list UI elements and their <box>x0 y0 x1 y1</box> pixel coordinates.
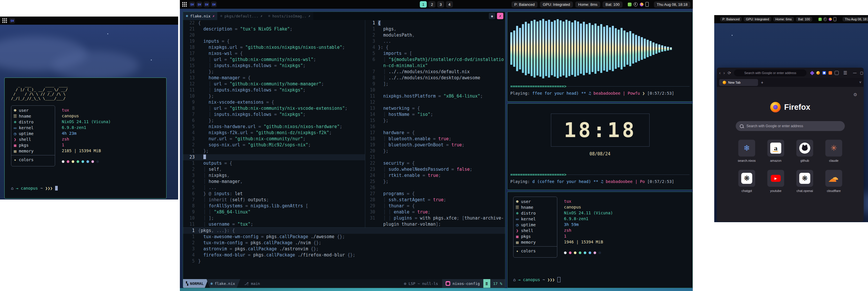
code-line: 11 │ username = "tux"; <box>183 221 365 227</box>
buffer-tab-pkgs/default...[interactable]: ❄pkgs/default...✗ <box>217 12 265 20</box>
code-line: 1 outputs = { <box>183 160 365 167</box>
forward-button[interactable]: › <box>723 70 725 75</box>
code-line: 21 <box>365 154 505 160</box>
workspace-4[interactable]: 4 <box>446 1 453 7</box>
neovim-window[interactable]: ❄flake.nix✗❄pkgs/default...✗❄hosts/isoIm… <box>183 11 505 288</box>
code-line: 7 │ inputs.nixpkgs.follows = "nixpkgs"; <box>183 112 365 118</box>
code-line: 20 <box>183 32 365 38</box>
code-line: 6 }; <box>183 118 365 124</box>
left-terminal-window[interactable]: _ ___ ____ ____ / |/ (_)_ __/ __ \/ __/ … <box>4 78 166 199</box>
close-tab-icon[interactable]: ✗ <box>213 14 215 18</box>
tab-list-chevron[interactable]: ˅ <box>859 81 861 85</box>
system-tray[interactable] <box>628 2 649 7</box>
extension-icon-darkreader[interactable] <box>816 71 820 75</box>
code-line: 24 │ rtkit.enable = true; <box>365 173 505 179</box>
code-line: 3 nur.url = "github:nix-community/nur"; <box>183 136 365 142</box>
fetch-terminal-window[interactable]: ☻user☰hname❄distro▭kernel◷uptime❯shell▦p… <box>507 192 693 288</box>
workspace-2[interactable]: 2 <box>429 1 435 7</box>
phone-connect-icon[interactable] <box>646 2 649 7</box>
shortcut-cloudflare[interactable]: cloudflare <box>821 170 846 193</box>
new-tab-button[interactable]: + <box>761 80 763 85</box>
maximize-button[interactable]: ▢ <box>860 71 863 75</box>
shortcut-github[interactable]: github <box>792 140 817 162</box>
openai-icon: ❋ <box>738 170 755 187</box>
nix-file-icon: ❄ <box>211 282 213 286</box>
window-task-icon[interactable]: $W <box>9 18 15 24</box>
shell-prompt[interactable]: ⌂ → canopus ~ ❯❯❯ <box>513 278 560 282</box>
user-icon: ☻ <box>11 108 19 113</box>
back-button[interactable]: ‹ <box>719 70 721 75</box>
window-task-icon[interactable]: $W <box>204 1 210 7</box>
extension-icon-violet[interactable] <box>810 70 815 75</box>
workspace-1[interactable]: 1 <box>420 1 427 7</box>
shortcut-grid: ❄search.nixosaamazongithub✳claude❋chatgp… <box>734 140 846 193</box>
code-line: 7 │ inherit (self) outputs; <box>183 197 365 203</box>
bar-module: P: Balanced <box>512 1 537 7</box>
cava-terminal-window[interactable]: ======================> Playing: ffee fo… <box>507 11 693 101</box>
editor-pane-iso[interactable]: 1{1 pkgs,2 modulesPath,3 ...4}: {5 impor… <box>365 20 505 227</box>
close-tab-icon[interactable]: ✗ <box>260 14 262 18</box>
shell-prompt[interactable]: ⌂ → canopus ~ ❯❯❯ <box>11 186 58 191</box>
left-top-bar: $W <box>0 17 178 25</box>
newtab-search-input[interactable]: Search with Google or enter address <box>736 121 845 131</box>
buffer-tab-hosts/isoImag..[interactable]: ❄hosts/isoImag..✗ <box>266 12 313 20</box>
minimize-button[interactable]: — <box>853 71 857 75</box>
code-line: 16 <box>365 124 505 130</box>
code-line: 11 nixpkgs.hostPlatform = "x86_64-linux"… <box>365 93 505 99</box>
launcher-grid-icon[interactable] <box>717 17 717 21</box>
window-task-icon[interactable]: $W <box>196 1 202 7</box>
youtube-icon: ▶ <box>767 170 784 187</box>
code-line: 19 inputs = { <box>183 38 365 45</box>
url-bar[interactable]: Search with Google or enter address <box>734 69 806 77</box>
launcher-grid-icon[interactable] <box>182 2 187 7</box>
tray-sprite-icon[interactable] <box>628 3 631 6</box>
extensions-puzzle-icon[interactable] <box>835 71 839 75</box>
desktop-composite: $W _ ___ ____ ____ / |/ (_)_ __/ __ \/ _… <box>0 0 868 291</box>
shell-icon: ❯ <box>514 228 521 233</box>
menu-button[interactable]: ☰ <box>843 70 847 76</box>
firefox-brand: Firefox <box>717 102 864 112</box>
close-tab-icon[interactable]: ✗ <box>308 14 310 18</box>
code-line: 10 }; <box>183 93 365 99</box>
extension-icon-orange[interactable] <box>829 71 832 75</box>
statusline-file: ❄flake.nix <box>207 279 240 288</box>
shortcut-label: claude <box>829 159 838 162</box>
shortcut-amazon[interactable]: aamazon <box>763 140 788 162</box>
code-line: n-cd-minimal.nix" <box>365 63 505 69</box>
code-line: 30 │ │ enable = true; <box>365 209 505 215</box>
code-line: 10 │ ]; <box>183 215 365 221</box>
buffer-pick-button[interactable]: ◉ <box>489 13 495 19</box>
left-monitor: $W _ ___ ____ ____ / |/ (_)_ __/ __ \/ _… <box>0 17 178 200</box>
shortcut-chat.openai[interactable]: ❋chat.openai <box>792 170 817 193</box>
code-line: 15 }; <box>365 118 505 124</box>
workspace-3[interactable]: 3 <box>437 1 444 7</box>
tray-app-icon[interactable] <box>640 3 644 6</box>
shortcut-chatgpt[interactable]: ❋chatgpt <box>734 170 759 193</box>
shortcut-claude[interactable]: ✳claude <box>821 140 846 162</box>
tray-app-icon[interactable] <box>829 18 832 21</box>
launcher-grid-icon[interactable] <box>2 18 7 23</box>
phone-connect-icon[interactable] <box>834 17 836 21</box>
code-line: 6 │ "${modulesPath}/installer/cd-dvd/ins… <box>365 57 505 63</box>
shortcut-youtube[interactable]: ▶youtube <box>763 170 788 193</box>
tray-sprite-icon[interactable] <box>818 18 822 21</box>
editor-pane-flake[interactable]: 22{21 description = "tux's NixOS Flake";… <box>183 20 365 227</box>
window-task-icon[interactable]: $W <box>189 1 195 7</box>
window-task-icon[interactable]: $W <box>211 1 217 7</box>
bluetooth-icon[interactable] <box>633 2 638 6</box>
bluetooth-icon[interactable] <box>823 18 827 21</box>
clock-terminal-window[interactable]: 18:18 08/08/24 ======================> P… <box>507 104 693 190</box>
buffer-tab-flake.nix[interactable]: ❄flake.nix✗ <box>183 12 217 20</box>
code-line: 9 nix-vscode-extensions = { <box>183 99 365 106</box>
firefox-window[interactable]: ‹ › ⟳ Search with Google or enter addres… <box>717 68 864 222</box>
reload-button[interactable]: ⟳ <box>727 70 731 75</box>
code-line: 12 <box>365 99 505 106</box>
code-line: 27 programs = { <box>365 191 505 197</box>
extension-icon-blue[interactable] <box>823 71 826 75</box>
tab-new-tab[interactable]: New Tab <box>719 79 758 86</box>
shortcut-search.nixos[interactable]: ❄search.nixos <box>734 140 759 162</box>
buffer-close-button[interactable]: ✗ <box>497 13 503 19</box>
system-tray[interactable] <box>818 17 836 21</box>
editor-pane-pkgs[interactable]: 1{pkgs, ...}: {1 tux-awesome-wm-config =… <box>183 228 505 279</box>
personalize-gear-icon[interactable]: ⚙ <box>854 92 857 97</box>
